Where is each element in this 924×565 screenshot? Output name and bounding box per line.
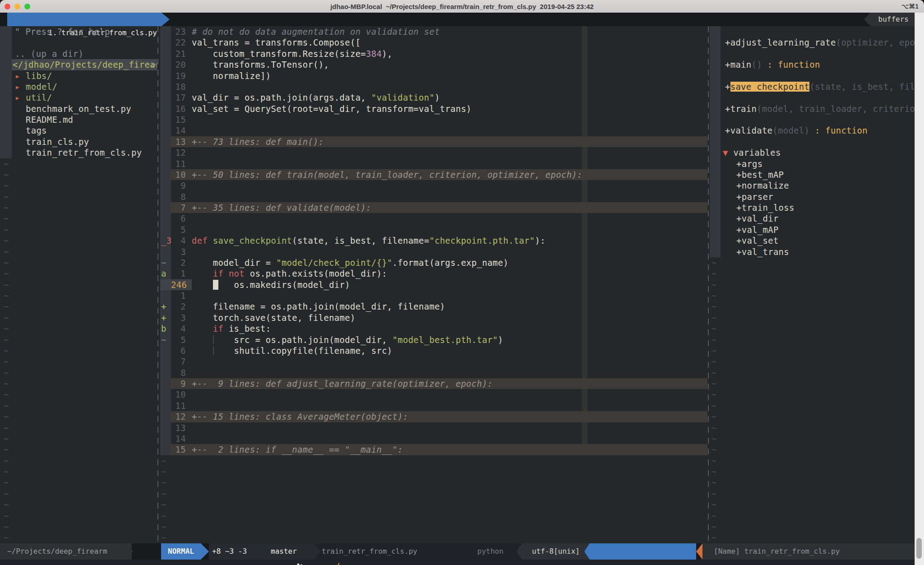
code-line[interactable]: 5~ src = os.path.join(model_dir, "model_… <box>160 334 707 345</box>
code-empty-row: ~ <box>160 477 707 488</box>
tag-entry: +val_dir <box>736 213 779 224</box>
code-line[interactable]: 3+ torch.save(state, filename) <box>160 312 707 323</box>
tree-empty-row: ~ <box>0 158 157 169</box>
code-line[interactable]: 7 <box>160 356 707 367</box>
code-line[interactable]: 11 <box>160 400 707 411</box>
tag-main[interactable]: +main() : function <box>710 59 915 70</box>
tagbar-empty-row <box>710 26 915 37</box>
tree-item-root[interactable]: </jdhao/Projects/deep_firear> <box>0 59 157 70</box>
tilde-marker: ~ <box>4 180 9 191</box>
code-line[interactable]: 6 shutil.copyfile(filename, src) <box>160 345 707 356</box>
code-fold-line[interactable]: 10+-- 50 lines: def train(model, train_l… <box>160 169 707 180</box>
tree-dir-label: libs/ <box>26 70 52 81</box>
code-line[interactable]: 10 <box>160 389 707 400</box>
tree-empty-row: ~ <box>0 246 157 257</box>
code-line[interactable]: 21 custom_transform.Resize(size=384), <box>160 48 707 59</box>
code-line[interactable]: 4b if is_best: <box>160 323 707 334</box>
code-line[interactable]: 2~ model_dir = "model/check_point/{}".fo… <box>160 257 707 268</box>
tag-entry: +args <box>736 158 763 169</box>
orange-arrow-icon <box>696 543 702 560</box>
code-line[interactable]: 3 <box>160 246 707 257</box>
tree-item-dir-libs[interactable]: ▸libs/ <box>0 70 157 81</box>
code-fold-line[interactable]: 12+-- 15 lines: class AverageMeter(objec… <box>160 411 707 422</box>
code-empty-row: ~ <box>160 455 707 466</box>
tag-train_loss[interactable]: +train_loss <box>710 202 915 213</box>
code-line[interactable]: 5 <box>160 224 707 235</box>
tag-best_mAP[interactable]: +best_mAP <box>710 169 915 180</box>
window-separator-right[interactable] <box>708 26 709 543</box>
code-line[interactable]: 17val_dir = os.path.join(args.data, "val… <box>160 92 707 103</box>
code-line[interactable]: 12 <box>160 147 707 158</box>
tag-val_mAP[interactable]: +val_mAP <box>710 224 915 235</box>
code-line[interactable]: 1 <box>160 290 707 301</box>
scrollbar-thumb[interactable] <box>916 538 922 559</box>
command-line[interactable] <box>0 560 915 565</box>
code-line[interactable]: 9 <box>160 180 707 191</box>
code-line[interactable]: 14 <box>160 125 707 136</box>
tree-item-dir-util[interactable]: ▸util/ <box>0 92 157 103</box>
code-fold-line[interactable]: 9+-- 9 lines: def adjust_learning_rate(o… <box>160 378 707 389</box>
line-number: 8 <box>171 367 186 378</box>
tree-item-file-tags[interactable]: tags <box>0 125 157 136</box>
tilde-marker: ~ <box>4 455 9 466</box>
code-line[interactable]: 246 os.makedirs(model_dir) <box>160 279 707 290</box>
window-title: jdhao-MBP.local ~/Projects/deep_firearm/… <box>0 3 924 10</box>
tilde-marker: ~ <box>711 312 717 323</box>
tag-args[interactable]: +args <box>710 158 915 169</box>
fold-plus-icon: + <box>725 82 730 92</box>
tag-save_checkpoint[interactable]: +save_checkpoint(state, is_best, fil> <box>710 81 915 92</box>
line-number: 11 <box>171 158 186 169</box>
code-line[interactable]: 8 <box>160 367 707 378</box>
code-empty-row: ~ <box>160 488 707 499</box>
tree-item-up-dir[interactable]: .. (up a dir) <box>0 48 157 59</box>
buffers-label: buffers <box>870 13 915 26</box>
code-line[interactable]: 14 <box>160 433 707 444</box>
code-fold-line[interactable]: 13+-- 73 lines: def main(): <box>160 136 707 147</box>
code-fold-line[interactable]: 15+-- 2 lines: if __name__ == "__main__"… <box>160 444 707 455</box>
tree-empty-row: ~ <box>0 378 157 389</box>
tag-validate[interactable]: +validate(model) : function <box>710 125 915 136</box>
code-line[interactable]: 11 <box>160 158 707 169</box>
tilde-marker: ~ <box>4 466 9 477</box>
tagbar-empty-row: ~ <box>710 356 915 367</box>
tagbar-section-variables[interactable]: ▼ variables <box>710 147 915 158</box>
code-line[interactable]: 16val_set = QuerySet(root=val_dir, trans… <box>160 103 707 114</box>
tag-train[interactable]: +train(model, train_loader, criterio> <box>710 103 915 114</box>
code-line[interactable]: 15 <box>160 114 707 125</box>
tagbar-empty-row: ~ <box>710 400 915 411</box>
code-line[interactable]: 20 transforms.ToTensor(), <box>160 59 707 70</box>
line-number: 12 <box>171 147 186 158</box>
tree-item-file-train_cls-py[interactable]: train_cls.py <box>0 136 157 147</box>
tag-val_trans[interactable]: +val_trans <box>710 246 915 257</box>
tab-train-retr-from-cls[interactable]: 1. train_retr_from_cls.py <box>7 13 162 26</box>
tagbar-empty-row <box>710 92 915 103</box>
vim-tabline: 1. train_retr_from_cls.py buffers <box>0 13 915 26</box>
code-line[interactable]: 1a if not os.path.exists(model_dir): <box>160 268 707 279</box>
code-line[interactable]: 23# do not do data augmentation on valid… <box>160 26 707 37</box>
code-line[interactable]: 6 <box>160 213 707 224</box>
tag-val_set[interactable]: +val_set <box>710 235 915 246</box>
tree-item-file-benchmark_on_test-py[interactable]: benchmark_on_test.py <box>0 103 157 114</box>
tag-parser[interactable]: +parser <box>710 191 915 202</box>
tag-normalize[interactable]: +normalize <box>710 180 915 191</box>
tree-empty-row: ~ <box>0 389 157 400</box>
tree-item[interactable]: " Press ? for help <box>0 26 157 37</box>
window-separator-left[interactable] <box>157 26 158 543</box>
tree-item-file-README-md[interactable]: README.md <box>0 114 157 125</box>
tag-adjust_learning_rate[interactable]: +adjust_learning_rate(optimizer, epo> <box>710 37 915 48</box>
tagbar-section: ▼ variables <box>723 147 781 158</box>
terminal-scrollbar[interactable] <box>915 13 924 565</box>
code-line[interactable]: 18 <box>160 81 707 92</box>
tilde-marker: ~ <box>4 356 9 367</box>
code-fold-line[interactable]: 7+-- 35 lines: def validate(model): <box>160 202 707 213</box>
tree-item-file-train_retr_from_cls-py[interactable]: train_retr_from_cls.py <box>0 147 157 158</box>
code-line[interactable]: 19 normalize]) <box>160 70 707 81</box>
tag-val_dir[interactable]: +val_dir <box>710 213 915 224</box>
code-line[interactable]: 4_3def save_checkpoint(state, is_best, f… <box>160 235 707 246</box>
tree-item-dir-model[interactable]: ▸model/ <box>0 81 157 92</box>
code-line[interactable]: 22val_trans = transforms.Compose([ <box>160 37 707 48</box>
code-line[interactable]: 2+ filename = os.path.join(model_dir, fi… <box>160 301 707 312</box>
code-line[interactable]: 8 <box>160 191 707 202</box>
code-line[interactable]: 13 <box>160 422 707 433</box>
statusline-position: 86% ≡ 246/284ʟɴ : 5 <box>590 543 696 560</box>
